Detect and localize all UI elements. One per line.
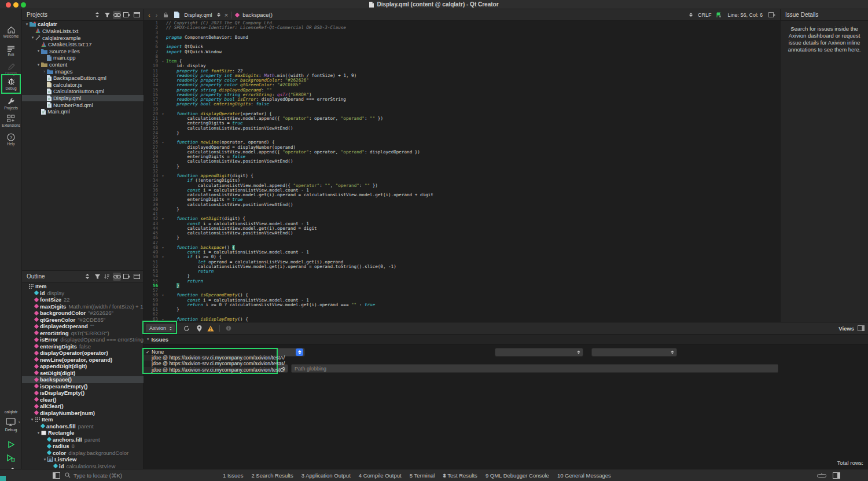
mode-debug[interactable]: Debug›: [0, 75, 22, 93]
outline-item-displayedoperand[interactable]: displayedOperand"": [22, 323, 144, 330]
code-line-24[interactable]: 24 }: [144, 131, 780, 135]
code-line-9[interactable]: 9▾Item {: [144, 59, 780, 64]
outline-item-allclear-[interactable]: allClear(): [22, 403, 144, 410]
location-pin-icon[interactable]: [195, 324, 203, 332]
code-line-47[interactable]: 47: [144, 241, 780, 245]
tree-item-images[interactable]: ›images: [22, 68, 144, 75]
minimize-window-icon[interactable]: [13, 2, 19, 8]
filter-combobox-1[interactable]: [495, 348, 583, 357]
warning-filter-icon[interactable]: [207, 324, 215, 332]
cursor-position[interactable]: Line: 56, Col: 6: [727, 12, 763, 18]
code-line-54[interactable]: 54 }: [144, 274, 780, 278]
code-line-8[interactable]: 8: [144, 54, 780, 59]
code-line-63[interactable]: 63▾ function isDisplayEmpty() {: [144, 317, 780, 322]
code-line-53[interactable]: 53 return: [144, 269, 780, 274]
tree-item-main-cpp[interactable]: main.cpp: [22, 54, 144, 61]
filter-stepper[interactable]: [83, 273, 91, 281]
code-editor[interactable]: 1// Copyright (C) 2023 The Qt Company Lt…: [144, 21, 780, 322]
output-tab-3-application-output[interactable]: 3 Application Output: [301, 472, 351, 479]
path-globbing-input[interactable]: Path globbing: [291, 364, 778, 373]
mode-edit[interactable]: Edit: [0, 42, 22, 60]
kit-selector-button[interactable]: ›: [6, 418, 16, 426]
locator-field[interactable]: Type to locate (⌘K): [65, 472, 122, 479]
toggle-left-sidebar-icon[interactable]: [52, 471, 60, 479]
window-controls[interactable]: [6, 2, 26, 8]
run-button[interactable]: [7, 440, 15, 449]
line-ending-selector[interactable]: CRLF: [698, 12, 712, 18]
filter-icon[interactable]: [103, 11, 111, 19]
outline-item-newline-operator-operand-[interactable]: newLine(operator, operand): [22, 357, 144, 363]
code-line-45[interactable]: 45 calculationsListView.positionViewAtEn…: [144, 231, 780, 236]
outline-item-isdisplayempty-[interactable]: isDisplayEmpty(): [22, 390, 144, 396]
nav-back-button[interactable]: ‹: [148, 12, 150, 19]
filter-combobox-2[interactable]: [591, 348, 677, 357]
code-line-6[interactable]: 6import QtQuick: [144, 45, 780, 49]
projects-panel-title[interactable]: Projects: [24, 12, 47, 18]
code-line-55[interactable]: 55 return: [144, 279, 780, 284]
code-line-52[interactable]: 52 calculationsListView.model.get(i).ope…: [144, 265, 780, 269]
outline-item-backgroundcolor[interactable]: backgroundColor"#262626": [22, 310, 144, 317]
issues-section-header[interactable]: ▾ Issues: [144, 335, 868, 344]
file-dropdown-stepper[interactable]: [216, 11, 222, 19]
outline-item-anchors-fill[interactable]: anchors.fillparent: [22, 436, 144, 443]
dropdown-option-server-3[interactable]: jdoe @ https://axivion-srv.ci.mycompany.…: [144, 367, 277, 373]
progress-details-icon[interactable]: [817, 473, 826, 478]
tree-item-cmakelists-txt-17[interactable]: CMakeLists.txt:17: [22, 41, 144, 48]
symbol-selector[interactable]: backspace(): [242, 12, 273, 18]
sync-with-editor-icon[interactable]: [113, 11, 121, 19]
refresh-icon[interactable]: [182, 324, 190, 332]
views-panel-icon[interactable]: [858, 325, 865, 331]
outline-item-rectangle[interactable]: ▾Rectangle: [22, 429, 144, 436]
code-line-7[interactable]: 7import QtQuick.Window: [144, 50, 780, 54]
outline-item-listview[interactable]: ▾ListView: [22, 456, 144, 463]
code-line-31[interactable]: 31 }: [144, 164, 780, 169]
tree-item-backspacebutton-qml[interactable]: BackspaceButton.qml: [22, 75, 144, 82]
outline-item-radius[interactable]: radius8: [22, 443, 144, 450]
sort-icon[interactable]: [103, 273, 111, 281]
outline-item-maxdigits[interactable]: maxDigitsMath.min((width / fontSize) + 1…: [22, 303, 144, 310]
dropdown-option-server-1[interactable]: jdoe @ https://axivion-srv.ci.mycompany.…: [144, 355, 277, 361]
split-editor-icon[interactable]: [768, 12, 775, 18]
code-line-5[interactable]: 5: [144, 40, 780, 45]
sync-with-editor-icon[interactable]: [113, 273, 121, 281]
close-window-icon[interactable]: [6, 2, 11, 8]
mode-welcome[interactable]: Welcome: [0, 23, 22, 41]
outline-item-backspace-[interactable]: backspace(): [22, 376, 144, 383]
tree-item-content[interactable]: ▾content: [22, 61, 144, 68]
mode-projects[interactable]: Projects: [0, 94, 22, 112]
code-line-4[interactable]: 4pragma ComponentBehavior: Bound: [144, 35, 780, 40]
output-panes-stepper[interactable]: [442, 472, 447, 479]
outline-item-appenddigit-digit-[interactable]: appendDigit(digit): [22, 363, 144, 370]
outline-item-displayoperator-operator-[interactable]: displayOperator(operator): [22, 350, 144, 357]
mode-extensions[interactable]: Extensions: [0, 112, 22, 130]
outline-item-qtgreencolor[interactable]: qtGreenColor"#2CDE85": [22, 317, 144, 324]
dashboard-combobox[interactable]: Axivion: [145, 324, 175, 333]
outline-item-isoperandempty-[interactable]: isOperandEmpty(): [22, 383, 144, 390]
debug-run-button[interactable]: [6, 454, 15, 462]
dropdown-option-none[interactable]: ✓None: [144, 349, 277, 355]
code-line-23[interactable]: 23 calculationsListView.positionViewAtEn…: [144, 126, 780, 131]
annotation-flag-icon[interactable]: [716, 12, 722, 18]
toggle-right-sidebar-icon[interactable]: [832, 471, 840, 479]
close-file-icon[interactable]: ×: [225, 12, 228, 19]
output-tab-8-test-results[interactable]: 8 Test Results: [443, 472, 477, 479]
output-tab-9-qml-debugger-console[interactable]: 9 QML Debugger Console: [486, 472, 549, 479]
maximize-window-icon[interactable]: [21, 2, 26, 8]
outline-item-iserror[interactable]: isErrordisplayedOperand === errorString: [22, 336, 144, 343]
split-panel-icon[interactable]: [123, 273, 131, 281]
outline-panel-title[interactable]: Outline: [24, 273, 45, 280]
output-tab-4-compile-output[interactable]: 4 Compile Output: [359, 472, 402, 479]
split-panel-icon[interactable]: [123, 11, 131, 19]
tree-item-numberpad-qml[interactable]: NumberPad.qml: [22, 101, 144, 108]
outline-item-fontsize[interactable]: fontSize22: [22, 296, 144, 303]
code-line-2[interactable]: 2// SPDX-License-Identifier: LicenseRef-…: [144, 25, 780, 30]
code-line-60[interactable]: 60 return i >= 0 ? calculationsListView.…: [144, 303, 780, 307]
stepper-blue-icon[interactable]: [296, 348, 303, 356]
output-tab-5-terminal[interactable]: 5 Terminal: [410, 472, 435, 479]
tree-item-source-files[interactable]: ▾Source Files: [22, 47, 144, 54]
code-line-18[interactable]: 18 property bool enteringDigits: false: [144, 102, 780, 107]
tree-item-cmakelists-txt[interactable]: CMakeLists.txt: [22, 28, 144, 35]
tree-item-calculator-js[interactable]: calculator.js: [22, 82, 144, 89]
output-tab-1-issues[interactable]: 1 Issues: [223, 472, 243, 479]
code-line-56[interactable]: 56 }: [144, 284, 780, 288]
